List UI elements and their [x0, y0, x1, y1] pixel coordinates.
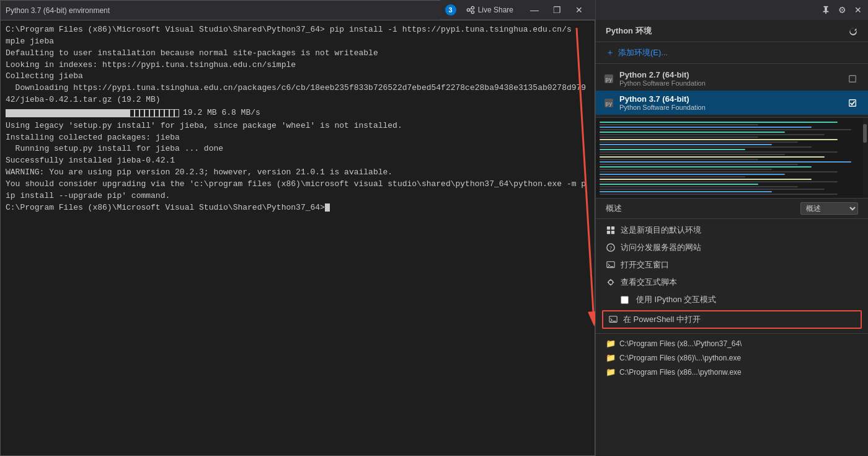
terminal-line-4: Looking in indexes: https://pypi.tuna.ts… [6, 60, 590, 71]
panel-header: Python 环境 [596, 20, 868, 42]
visit-server-label: 访问分发服务器的网站 [621, 242, 701, 253]
svg-rect-6 [849, 75, 856, 82]
svg-line-29 [469, 10, 471, 11]
live-share-icon [466, 6, 475, 14]
env-item-python37[interactable]: py Python 3.7 (64-bit) Python Software F… [596, 91, 868, 115]
env-name-python37: Python 3.7 (64-bit) [619, 94, 842, 104]
terminal-line-10: Installing collected packages: jieba [6, 132, 590, 144]
env-icon-python27: py [603, 73, 614, 84]
preview-area [596, 118, 868, 199]
progress-track [6, 109, 179, 117]
open-interactive-label: 打开交互窗口 [621, 259, 669, 270]
progress-text: 19.2 MB 6.8 MB/s [183, 107, 260, 119]
add-environment-button[interactable]: ＋ 添加环境(E)... [596, 42, 868, 64]
add-env-label: 添加环境(E)... [618, 47, 668, 58]
notification-area: 3 [445, 4, 456, 16]
section-label-text: 概述 [606, 203, 622, 214]
preview-content [596, 118, 868, 199]
panel-pin-button[interactable] [818, 2, 833, 17]
default-env-label: 这是新项目的默认环境 [621, 225, 701, 236]
action-visit-server[interactable]: ? 访问分发服务器的网站 [596, 239, 868, 256]
svg-point-25 [467, 8, 469, 11]
minimize-button[interactable]: — [523, 0, 546, 20]
folder-icon-3: 📁 [606, 367, 616, 377]
terminal-line-9: Using legacy 'setup.py install' for jieb… [6, 120, 590, 132]
open-interactive-icon [606, 260, 616, 270]
notification-badge[interactable]: 3 [445, 4, 456, 16]
folder-icon-1: 📁 [606, 339, 616, 348]
open-powershell-label: 在 PowerShell 中打开 [623, 314, 701, 325]
action-open-powershell[interactable]: 在 PowerShell 中打开 [603, 311, 861, 328]
window-controls: — ❐ ✕ [523, 0, 590, 20]
panel-header-actions [846, 24, 861, 38]
ipython-checkbox-input[interactable] [621, 296, 629, 304]
environment-list: py Python 2.7 (64-bit) Python Software F… [596, 64, 868, 118]
terminal-line-3: Defaulting to user installation because … [6, 48, 590, 60]
panel-close-button[interactable]: ✕ [851, 2, 866, 17]
env-check-python27 [847, 73, 858, 84]
action-list: 这是新项目的默认环境 ? 访问分发服务器的网站 打开交互窗口 [596, 219, 868, 333]
panel-refresh-button[interactable] [846, 24, 861, 38]
open-powershell-icon [608, 315, 618, 324]
svg-rect-12 [607, 231, 610, 234]
svg-point-27 [471, 11, 474, 13]
env-sub-python37: Python Software Foundation [619, 104, 842, 111]
path-item-3[interactable]: 📁 C:\Program Files (x86...\pythonw.exe [596, 365, 868, 379]
terminal-body: C:\Program Files (x86)\Microsoft Visual … [1, 20, 595, 455]
path-label-3: C:\Program Files (x86...\pythonw.exe [619, 368, 742, 377]
path-item-1[interactable]: 📁 C:\Program Files (x8...\Python37_64\ [596, 336, 868, 351]
terminal-line-14: You should consider upgrading via the 'c… [6, 179, 590, 190]
action-open-interactive[interactable]: 打开交互窗口 [596, 256, 868, 274]
svg-rect-0 [824, 6, 828, 7]
terminal-line-16: C:\Program Files (x86)\Microsoft Visual … [6, 202, 590, 214]
svg-text:?: ? [609, 245, 612, 251]
svg-rect-9 [849, 99, 856, 106]
ipython-checkbox-icon [606, 295, 616, 305]
visit-server-icon: ? [606, 243, 616, 253]
svg-text:py: py [606, 76, 613, 83]
terminal-line-15: ip install --upgrade pip' command. [6, 190, 590, 202]
action-default-env[interactable]: 这是新项目的默认环境 [596, 221, 868, 239]
restore-button[interactable]: ❐ [546, 0, 568, 20]
env-sub-python27: Python Software Foundation [619, 79, 842, 87]
live-share-button[interactable]: Live Share [461, 3, 518, 17]
svg-point-18 [609, 280, 613, 285]
svg-line-28 [469, 8, 471, 9]
python-env-panel: ⚙ ✕ Python 环境 ＋ 添加环境(E)... py Python 2.7… [595, 0, 868, 456]
panel-settings-button[interactable]: ⚙ [835, 2, 849, 17]
terminal-line-11: Running setup.py install for jieba ... d… [6, 143, 590, 155]
path-item-2[interactable]: 📁 C:\Program Files (x86)\...\python.exe [596, 351, 868, 365]
section-dropdown[interactable]: 概述 包 IntelliSense [800, 202, 858, 215]
add-env-icon: ＋ [606, 47, 614, 58]
terminal-line-1: C:\Program Files (x86)\Microsoft Visual … [6, 24, 590, 36]
top-right-bar: 3 Live Share — ❐ ✕ [440, 0, 595, 20]
action-ipython-checkbox[interactable]: 使用 IPython 交互模式 [596, 291, 868, 308]
ipython-checkbox-label: 使用 IPython 交互模式 [636, 294, 716, 305]
section-overview: 概述 概述 包 IntelliSense [596, 199, 868, 219]
live-share-label: Live Share [478, 6, 513, 14]
panel-title: Python 环境 [606, 25, 652, 37]
action-powershell-container: 在 PowerShell 中打开 [602, 310, 862, 329]
terminal-line-13: WARNING: You are using pip version 20.2.… [6, 167, 590, 179]
action-view-scripts[interactable]: 查看交互式脚本 [596, 274, 868, 291]
terminal-line-6: Downloading https://pypi.tuna.tsinghua.e… [6, 83, 590, 94]
env-info-python27: Python 2.7 (64-bit) Python Software Foun… [619, 70, 842, 87]
svg-rect-11 [611, 226, 614, 230]
path-label-1: C:\Program Files (x8...\Python37_64\ [619, 339, 742, 348]
close-window-button[interactable]: ✕ [568, 0, 590, 20]
panel-top-bar: ⚙ ✕ [596, 0, 868, 20]
svg-rect-10 [607, 226, 610, 230]
svg-rect-13 [611, 231, 614, 234]
env-icon-python37: py [603, 97, 614, 109]
svg-rect-2 [823, 11, 829, 12]
progress-bar-area: 19.2 MB 6.8 MB/s [6, 107, 590, 119]
path-list: 📁 C:\Program Files (x8...\Python37_64\ 📁… [596, 333, 868, 382]
view-scripts-icon [606, 277, 616, 287]
folder-icon-2: 📁 [606, 353, 616, 362]
svg-rect-1 [825, 7, 827, 11]
path-label-2: C:\Program Files (x86)\...\python.exe [619, 354, 741, 362]
env-item-python27[interactable]: py Python 2.7 (64-bit) Python Software F… [596, 66, 868, 91]
env-check-python37 [847, 97, 858, 109]
default-env-icon [606, 225, 616, 235]
svg-text:py: py [606, 101, 613, 107]
